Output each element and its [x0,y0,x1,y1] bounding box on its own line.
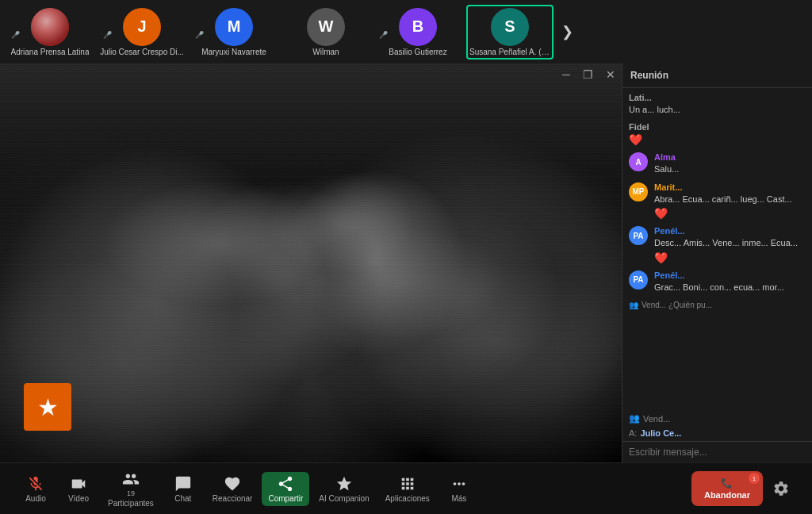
msg-content-alma: Alma Salu... [654,152,806,175]
who-can-text: Vend... [643,414,670,424]
audio-button[interactable]: Audio [16,472,56,506]
chat-message-marit: MP Marit... Abra... Ecua... cariñ... lue… [629,182,806,220]
ai-btn-wrapper: AI Companion [312,472,375,506]
share-icon [277,475,294,493]
avatar-marit: MP [629,182,648,201]
video-placeholder: ★ ─ ❐ ✕ [0,63,622,462]
chat-message-fidel: Fidel ❤️ [629,122,806,146]
mic-icon-basilio: 🎤 [379,31,388,39]
sender-pene1: Penél... [654,226,806,236]
watermark-logo: ★ [24,383,71,431]
chat-message-pene1: PA Penél... Desc... Amis... Vene... inme… [629,226,806,263]
participant-name-adriana: Adriana Prensa Latina [11,48,90,56]
video-btn-wrapper: Vídeo [59,472,98,506]
video-label: Vídeo [68,494,89,503]
avatar-pene1: PA [629,226,648,245]
text-lati: Un a... luch... [629,104,806,116]
apps-icon [399,475,416,493]
participants-button[interactable]: 19 Participantes [102,467,160,511]
participant-name-susana: Susana Peñafiel A. (CS... [469,48,550,56]
chat-message-vend: 👥 Vend... ¿Quién pu... [629,300,806,311]
toolbar-left: Audio Vídeo 19 [16,467,479,511]
participant-name-maryuxi: Maryuxi Navarrete [201,48,266,56]
maximize-button[interactable]: ❐ [580,67,596,82]
video-button[interactable]: Vídeo [59,472,98,506]
react-button[interactable]: Reaccionar [206,472,259,506]
close-button[interactable]: ✕ [603,67,619,82]
settings-icon [772,480,790,497]
group-icon [122,470,140,488]
chat-message-alma: A Alma Salu... [629,152,806,175]
share-label: Compartir [268,494,303,503]
chat-input[interactable] [629,447,806,458]
sender-marit: Marit... [654,182,806,192]
participant-photo-adriana [31,8,69,46]
avatar-wilman: W [307,8,345,46]
mic-icon-adriana: 🎤 [11,31,20,39]
participants-bar: 🎤 Adriana Prensa Latina J 🎤 Julio Cesar … [0,0,812,63]
to-user[interactable]: Julio Ce... [640,428,681,438]
participant-name-wilman: Wilman [312,48,339,56]
video-content: ★ ─ ❐ ✕ [0,63,622,462]
reaction-fidel: ❤️ [629,133,806,146]
toolbar-right: 📞 Abandonar 1 [691,471,796,506]
heart-icon [224,475,241,493]
text-alma: Salu... [654,163,806,175]
participants-count: 19 [127,489,135,497]
reaction-marit: ❤️ [654,207,806,220]
end-badge: 1 [749,473,760,484]
more-button[interactable]: Más [439,472,479,506]
participant-basilio[interactable]: B 🎤 Basilio Gutierrez [374,8,462,56]
mic-icon-maryuxi: 🎤 [195,31,204,39]
avatar-susana: S [491,8,529,46]
participants-scroll-right[interactable]: ❯ [558,23,576,40]
chat-button[interactable]: Chat [163,472,203,506]
chat-header: Reunión [622,63,812,88]
participant-name-basilio: Basilio Gutierrez [389,48,446,56]
mic-icon-julio: 🎤 [103,31,112,39]
apps-button[interactable]: Aplicaciones [379,472,436,506]
mic-off-icon [27,475,44,493]
audio-btn-wrapper: Audio [16,472,56,506]
participant-maryuxi[interactable]: M 🎤 Maryuxi Navarrete [190,8,278,56]
avatar-basilio: B [399,8,437,46]
minimize-button[interactable]: ─ [559,67,573,82]
ai-label: AI Companion [319,494,369,503]
chat-label: Chat [174,494,191,503]
apps-label: Aplicaciones [385,494,430,503]
people-small-icon: 👥 [629,413,640,424]
star-icon: ★ [37,393,59,421]
sender-lati: Lati... [629,93,806,102]
participant-julio[interactable]: J 🎤 Julio Cesar Crespo Di... [98,8,186,56]
chat-message-pene2: PA Penél... Grac... Boni... con... ecua.… [629,270,806,293]
ai-button[interactable]: AI Companion [312,472,375,506]
msg-content-pene2: Penél... Grac... Boni... con... ecua... … [654,270,806,293]
sender-alma: Alma [654,152,806,162]
main-area: ★ ─ ❐ ✕ Reunión Lati... Un a... luch... [0,63,812,462]
video-area: ★ ─ ❐ ✕ [0,63,622,462]
reaction-pene1: ❤️ [654,251,806,264]
text-vend: 👥 Vend... ¿Quién pu... [629,300,806,311]
window-controls: ─ ❐ ✕ [559,67,619,82]
chat-message-lati: Lati... Un a... luch... [629,93,806,116]
participant-wilman[interactable]: W Wilman [282,8,370,56]
settings-button[interactable] [766,477,796,501]
chat-panel: Reunión Lati... Un a... luch... Fidel ❤️… [622,63,812,462]
toolbar: Audio Vídeo 19 [0,462,812,514]
participant-adriana[interactable]: 🎤 Adriana Prensa Latina [6,8,94,56]
end-icon: 📞 [721,478,733,489]
avatar-pene2: PA [629,270,648,290]
more-icon [450,475,468,493]
sender-fidel: Fidel [629,122,806,132]
participant-susana[interactable]: S Susana Peñafiel A. (CS... [466,5,553,59]
chat-who-can: 👥 Vend... [622,410,812,427]
chat-btn-wrapper: Chat [163,472,203,506]
msg-row-alma: A Alma Salu... [629,152,806,175]
msg-row-marit: MP Marit... Abra... Ecua... cariñ... lue… [629,182,806,220]
ai-icon [335,475,353,493]
share-button[interactable]: Compartir [262,472,309,506]
chat-icon [174,475,192,493]
text-pene1: Desc... Amis... Vene... inme... Ecua... [654,237,806,249]
participants-btn-wrapper: 19 Participantes [102,467,160,511]
participants-label: Participantes [108,499,154,508]
